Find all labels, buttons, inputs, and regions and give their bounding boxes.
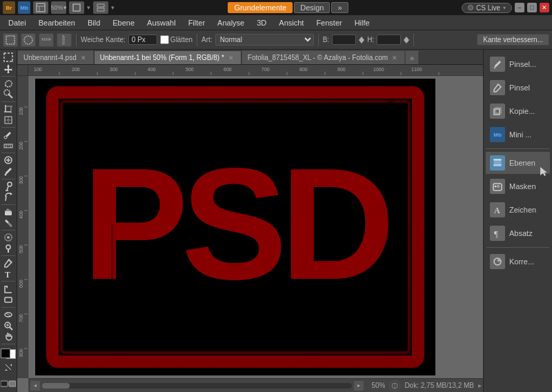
menu-bild[interactable]: Bild (82, 17, 106, 28)
tool-magic-wand[interactable] (1, 89, 16, 99)
tool-eraser[interactable] (1, 206, 16, 217)
tool-sep1 (1, 76, 15, 77)
tool-dodge[interactable] (1, 243, 16, 253)
menu-hilfe[interactable]: Hilfe (349, 17, 375, 28)
fg-color[interactable] (1, 349, 10, 358)
cs-live-btn[interactable]: CS Live ▾ (462, 3, 512, 13)
br-icon[interactable]: Br (3, 1, 15, 14)
menu-fenster[interactable]: Fenster (310, 17, 347, 28)
panel-ebenen[interactable]: Ebenen (486, 152, 550, 174)
h-scrollbar[interactable]: ◂ ▸ 50% Dok: 2,75 MB/13,2 MB ▸ (28, 378, 483, 392)
tool-move[interactable] (1, 63, 16, 74)
smooth-checkbox[interactable] (160, 35, 169, 44)
tool-ruler[interactable] (1, 140, 16, 150)
close-btn[interactable]: ✕ (540, 3, 549, 12)
panel-masken[interactable]: Masken (486, 175, 550, 197)
tool-history-brush[interactable] (1, 192, 16, 202)
tool-sep9 (1, 281, 15, 282)
tool-zoom[interactable] (1, 320, 16, 331)
panel-kopie[interactable]: Kopie... (486, 100, 550, 122)
canvas-scroll-area[interactable]: PSD (28, 76, 483, 378)
tool-colors[interactable] (1, 349, 16, 359)
tool-select-rect[interactable] (1, 52, 16, 63)
tab-unbenannt4[interactable]: Unbenannt-4.psd ✕ (17, 50, 94, 64)
tool-sep6 (1, 204, 15, 205)
h-input[interactable] (377, 35, 401, 45)
b-stepper[interactable] (359, 37, 364, 43)
panel-pinsel-tool[interactable]: Pinsel... (486, 53, 550, 75)
overflow-btn[interactable]: » (331, 2, 348, 13)
mb-icon[interactable]: Mb (18, 1, 30, 14)
tool-sep11 (1, 344, 15, 344)
svg-point-34 (5, 174, 7, 176)
tab-fotolia[interactable]: Fotolia_8715458_XL - © Azaliya - Fotolia… (241, 50, 405, 64)
tool-3d[interactable] (1, 309, 16, 320)
art-select[interactable]: Normal Zu Auswahl hinzufügen Von Auswahl… (215, 34, 314, 46)
menu-datei[interactable]: Datei (3, 17, 32, 28)
tool-hand[interactable] (1, 331, 16, 342)
toolbar-icon[interactable] (33, 1, 48, 14)
tool-lasso[interactable] (1, 78, 16, 88)
tool-shape[interactable] (1, 295, 16, 305)
h-stepper[interactable] (404, 37, 409, 43)
ellipse-select-opt[interactable] (21, 33, 36, 47)
ruler-corner (17, 65, 28, 76)
b-input[interactable] (332, 35, 356, 45)
scroll-left-btn[interactable]: ◂ (30, 380, 41, 391)
svg-text:200: 200 (19, 141, 23, 150)
panel-pinsel[interactable]: Pinsel (486, 77, 550, 99)
menu-bearbeiten[interactable]: Bearbeiten (33, 17, 81, 28)
tool-brush[interactable] (1, 166, 16, 177)
zoom-fit-btn[interactable] (389, 380, 400, 391)
grundelemente-btn[interactable]: Grundelemente (228, 2, 293, 13)
tool-stamp[interactable] (1, 181, 16, 191)
scroll-fwd-btn[interactable]: ▸ (478, 382, 482, 389)
smooth-check[interactable]: Glätten (160, 35, 193, 44)
ruler-horizontal: 100 200 300 400 500 600 700 800 (28, 65, 483, 76)
tool-path-select[interactable] (1, 284, 16, 294)
feather-input[interactable] (128, 35, 157, 45)
tool-text[interactable]: T (1, 269, 16, 280)
scroll-right-btn[interactable]: ▸ (353, 380, 364, 391)
menu-analyse[interactable]: Analyse (212, 17, 250, 28)
panel-mini[interactable]: Mb Mini ... (486, 124, 550, 146)
panel-zeichen[interactable]: A Zeichen (486, 199, 550, 221)
tool-pen[interactable] (1, 258, 16, 268)
tool-crop[interactable] (1, 104, 16, 114)
menu-ansicht[interactable]: Ansicht (273, 17, 309, 28)
menu-auswahl[interactable]: Auswahl (141, 17, 181, 28)
absatz-label: Absatz (509, 229, 533, 237)
row-select-opt[interactable] (39, 33, 54, 47)
rect-select-opt[interactable] (3, 33, 18, 47)
design-btn[interactable]: Design (294, 2, 330, 13)
panel-korre[interactable]: Korre... (486, 251, 550, 273)
tab1-close[interactable]: ✕ (79, 55, 88, 61)
layout-icon[interactable] (93, 1, 108, 14)
tab2-close[interactable]: ✕ (227, 55, 235, 61)
tool-switch[interactable] (3, 362, 13, 373)
scroll-track[interactable] (42, 383, 352, 389)
tab-overflow[interactable]: » (405, 50, 419, 64)
scroll-thumb[interactable] (42, 383, 70, 389)
tab3-close[interactable]: ✕ (391, 55, 399, 61)
maximize-btn[interactable]: □ (527, 3, 537, 12)
tab-unbenannt1[interactable]: Unbenannt-1 bei 50% (Form 1, RGB/8) * ✕ (94, 50, 241, 64)
kante-button[interactable]: Kante verbessern... (477, 34, 549, 46)
svg-text:600: 600 (224, 67, 232, 72)
col-select-opt[interactable] (57, 33, 72, 47)
minimize-btn[interactable]: – (515, 3, 524, 12)
screen-mode-icon[interactable] (69, 1, 84, 14)
svg-marker-11 (359, 40, 364, 43)
tool-blur[interactable] (1, 233, 16, 243)
menu-filter[interactable]: Filter (183, 17, 210, 28)
menu-ebene[interactable]: Ebene (107, 17, 140, 28)
menu-3d[interactable]: 3D (251, 17, 272, 28)
svg-text:300: 300 (110, 67, 118, 72)
art-label: Art: (201, 36, 213, 43)
tool-eyedrop[interactable] (1, 130, 16, 140)
tool-heal[interactable] (1, 155, 16, 166)
tool-quickmask[interactable] (1, 380, 16, 389)
tool-slice[interactable] (1, 115, 16, 125)
tool-fill[interactable] (1, 217, 16, 228)
panel-absatz[interactable]: ¶ Absatz (486, 222, 550, 244)
